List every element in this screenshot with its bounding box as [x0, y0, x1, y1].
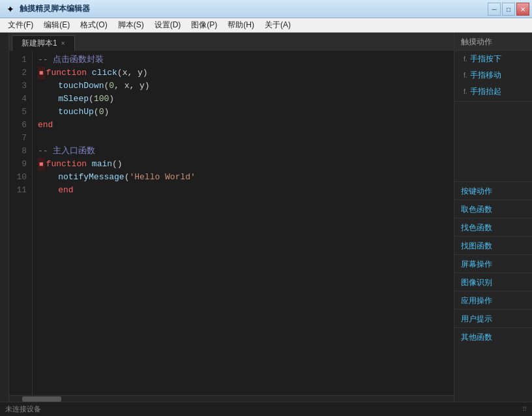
code-line-6: end	[38, 119, 449, 132]
code-line-5: touchUp(0)	[38, 106, 449, 119]
sidebar-other-func[interactable]: 其他函数	[454, 327, 532, 346]
tab-bar: 新建脚本1 ×	[9, 33, 454, 51]
left-sidebar	[0, 33, 9, 402]
menu-image[interactable]: 图像(P)	[186, 18, 222, 32]
title-bar: ✦ 触摸精灵脚本编辑器 ─ □ ✕	[0, 0, 532, 18]
sidebar-item-finger-up[interactable]: f. 手指抬起	[454, 83, 532, 100]
tab-close-button[interactable]: ×	[61, 40, 65, 47]
close-button[interactable]: ✕	[516, 3, 529, 16]
empty-space	[454, 103, 532, 181]
sidebar-image-recog[interactable]: 图像识别	[454, 273, 532, 291]
code-container[interactable]: 1 2 3 4 5 6 7 8 9 10 11 -- 点击函数封装 ■funct…	[9, 51, 454, 395]
menu-help[interactable]: 帮助(H)	[222, 18, 259, 32]
main-layout: 新建脚本1 × 1 2 3 4 5 6 7 8 9 10 11	[0, 33, 532, 402]
sidebar-color-pick[interactable]: 取色函数	[454, 200, 532, 218]
code-line-7	[38, 132, 449, 145]
minimize-button[interactable]: ─	[488, 3, 501, 16]
divider-1	[454, 101, 532, 102]
sidebar-find-image[interactable]: 找图函数	[454, 236, 532, 254]
window-controls: ─ □ ✕	[488, 3, 529, 16]
label-finger-down: 手指按下	[470, 53, 501, 65]
menu-about[interactable]: 关于(A)	[259, 18, 296, 32]
prefix-finger-move: f.	[464, 72, 467, 79]
status-text: 未连接设备	[5, 404, 41, 414]
code-line-9: ■function main()	[38, 158, 449, 171]
fold-marker-2[interactable]: ■	[38, 67, 45, 80]
editor-area: 新建脚本1 × 1 2 3 4 5 6 7 8 9 10 11	[9, 33, 454, 402]
status-bar: 未连接设备 ⠿	[0, 402, 532, 416]
code-line-10: notifyMessage('Hello World'	[38, 171, 449, 184]
menu-edit[interactable]: 编辑(E)	[38, 18, 75, 32]
code-line-1: -- 点击函数封装	[38, 53, 449, 67]
code-line-4: mSleep(100)	[38, 93, 449, 106]
menu-bar: 文件(F) 编辑(E) 格式(O) 脚本(S) 设置(D) 图像(P) 帮助(H…	[0, 18, 532, 33]
touch-section-header: 触摸动作	[454, 33, 532, 51]
code-editor[interactable]: -- 点击函数封装 ■function click(x, y) touchDow…	[33, 51, 454, 395]
app-icon: ✦	[5, 4, 16, 14]
label-finger-move: 手指移动	[470, 70, 501, 81]
tab-new-script[interactable]: 新建脚本1 ×	[12, 35, 75, 51]
label-finger-up: 手指抬起	[470, 86, 501, 97]
horizontal-scrollbar[interactable]	[9, 395, 454, 402]
sidebar-find-color[interactable]: 找色函数	[454, 218, 532, 236]
sidebar-item-finger-down[interactable]: f. 手指按下	[454, 51, 532, 67]
prefix-finger-down: f.	[464, 55, 467, 63]
sidebar-key-action[interactable]: 按键动作	[454, 181, 532, 200]
code-line-11: end	[38, 184, 449, 197]
code-line-8: -- 主入口函数	[38, 145, 449, 158]
sidebar-item-finger-move[interactable]: f. 手指移动	[454, 67, 532, 83]
code-line-3: touchDown(0, x, y)	[38, 80, 449, 93]
sidebar-screen-op[interactable]: 屏幕操作	[454, 254, 532, 273]
menu-script[interactable]: 脚本(S)	[113, 18, 149, 32]
title-text: 触摸精灵脚本编辑器	[20, 3, 527, 14]
tab-label: 新建脚本1	[22, 38, 57, 49]
maximize-button[interactable]: □	[502, 3, 515, 16]
scrollbar-thumb[interactable]	[22, 396, 61, 402]
resize-handle[interactable]: ⠿	[522, 406, 527, 413]
menu-format[interactable]: 格式(O)	[75, 18, 112, 32]
sidebar-user-hint[interactable]: 用户提示	[454, 309, 532, 327]
menu-settings[interactable]: 设置(D)	[149, 18, 186, 32]
prefix-finger-up: f.	[464, 88, 467, 95]
fold-marker-9[interactable]: ■	[38, 158, 45, 171]
sidebar-app-op[interactable]: 应用操作	[454, 291, 532, 309]
code-line-2: ■function click(x, y)	[38, 67, 449, 80]
line-numbers: 1 2 3 4 5 6 7 8 9 10 11	[9, 51, 33, 395]
right-sidebar: 触摸动作 f. 手指按下 f. 手指移动 f. 手指抬起 按键动作 取色函数 找…	[454, 33, 532, 402]
menu-file[interactable]: 文件(F)	[3, 18, 38, 32]
